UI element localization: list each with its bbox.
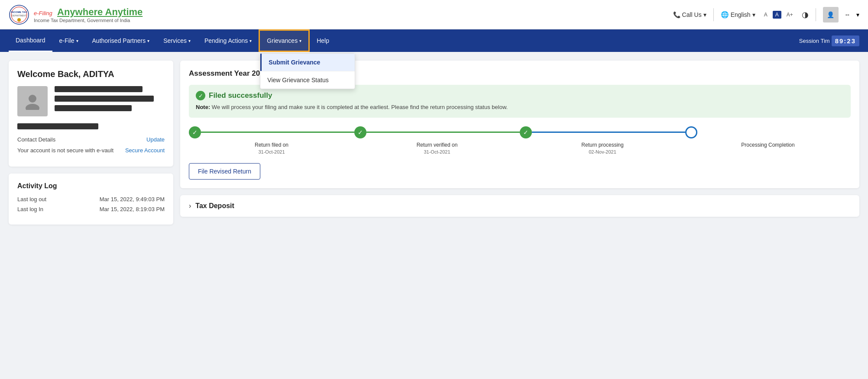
divider2 <box>816 8 816 21</box>
logo-subtitle: Income Tax Department, Government of Ind… <box>34 18 143 23</box>
timeline-date-3: 02-Nov-2021 <box>589 149 616 154</box>
call-us-label: Call Us <box>682 11 702 18</box>
view-grievance-status-item[interactable]: View Grievance Status <box>260 71 355 89</box>
contrast-toggle[interactable]: ◑ <box>802 10 809 19</box>
timeline-dot-3: ✓ <box>520 126 532 138</box>
user-chevron[interactable]: ▾ <box>856 11 859 18</box>
timeline-dot-1: ✓ <box>189 126 201 138</box>
timeline-label-2: Return verified on <box>417 142 458 148</box>
last-login-label: Last log In <box>17 206 43 212</box>
session-timer-label: Session Tim <box>799 38 830 44</box>
connector-3-4 <box>532 132 685 133</box>
profile-bar-3 <box>55 105 132 111</box>
profile-area <box>17 86 165 116</box>
activity-row-logout: Last log out Mar 15, 2022, 9:49:03 PM <box>17 196 165 202</box>
timeline-label-4: Processing Completion <box>741 142 794 148</box>
filing-timeline: ✓ Return filed on 31-Oct-2021 ✓ Return v… <box>189 126 851 154</box>
svg-point-5 <box>29 95 36 103</box>
tax-deposit-chevron[interactable]: › <box>189 202 191 210</box>
header-controls: 📞 Call Us ▾ 🌐 English ▾ A A A+ ◑ 👤 -- ▾ <box>673 7 859 22</box>
nav-help[interactable]: Help <box>310 29 336 52</box>
main-navbar: Dashboard e-File ▾ Authorised Partners ▾… <box>0 29 868 52</box>
phone-icon: 📞 <box>673 11 680 18</box>
session-timer: Session Tim 89:23 <box>799 35 859 46</box>
contact-details-row: Contact Details Update <box>17 136 165 143</box>
app-header: INCOME TAX DEPARTMENT e-Filing Anywhere … <box>0 0 868 29</box>
efile-chevron: ▾ <box>76 39 78 43</box>
last-login-value: Mar 15, 2022, 8:19:03 PM <box>100 206 165 212</box>
last-logout-label: Last log out <box>17 196 46 202</box>
timeline-step-3: ✓ Return processing 02-Nov-2021 <box>520 126 685 154</box>
font-small-btn[interactable]: A <box>762 11 769 19</box>
secure-account-link[interactable]: Secure Account <box>125 147 165 154</box>
welcome-message: Welcome Back, ADITYA <box>17 69 165 79</box>
update-link[interactable]: Update <box>146 136 165 143</box>
timeline-dot-2: ✓ <box>354 126 366 138</box>
profile-bar-4 <box>17 123 98 129</box>
file-revised-return-button[interactable]: File Revised Return <box>189 163 260 180</box>
language-selector[interactable]: 🌐 English ▾ <box>721 11 755 19</box>
timeline-label-1: Return filed on <box>255 142 288 148</box>
svg-text:INCOME TAX: INCOME TAX <box>11 11 27 13</box>
main-content: Welcome Back, ADITYA Contact Details <box>0 52 868 233</box>
svg-text:DEPARTMENT: DEPARTMENT <box>12 14 26 17</box>
tax-deposit-title: Tax Deposit <box>195 202 234 210</box>
profile-bar-1 <box>55 86 143 92</box>
submit-grievance-item[interactable]: Submit Grievance <box>260 54 355 71</box>
timeline-date-2: 31-Oct-2021 <box>424 149 450 154</box>
user-dropdown-label[interactable]: -- <box>845 11 849 18</box>
logo-brand: e-Filing Anywhere Anytime <box>34 6 143 18</box>
call-us-button[interactable]: 📞 Call Us ▾ <box>673 11 706 18</box>
activity-log-title: Activity Log <box>17 182 165 190</box>
language-label: English <box>731 11 751 18</box>
logo-tagline: Anywhere Anytime <box>57 6 143 17</box>
timeline-date-4 <box>767 149 768 154</box>
user-avatar-large <box>17 86 48 116</box>
security-row: Your account is not secure with e-vault … <box>17 147 165 154</box>
logo-text: e-Filing Anywhere Anytime Income Tax Dep… <box>34 6 143 23</box>
tax-deposit-card: › Tax Deposit <box>180 195 859 217</box>
svg-point-6 <box>26 104 39 110</box>
pending-chevron: ▾ <box>249 39 252 43</box>
timeline-step-1: ✓ Return filed on 31-Oct-2021 <box>189 126 354 154</box>
logo-efiling-label: e-Filing <box>34 10 52 16</box>
grievances-chevron: ▾ <box>299 39 301 43</box>
partners-chevron: ▾ <box>147 39 149 43</box>
font-medium-btn[interactable]: A <box>773 11 781 19</box>
note-label: Note: <box>196 104 210 110</box>
nav-services[interactable]: Services ▾ <box>156 29 198 52</box>
activity-row-login: Last log In Mar 15, 2022, 8:19:03 PM <box>17 206 165 212</box>
connector-1-2 <box>201 132 354 133</box>
contact-details-label: Contact Details <box>17 136 55 143</box>
lang-chevron: ▾ <box>752 11 755 18</box>
emblem-icon: INCOME TAX DEPARTMENT <box>9 4 29 25</box>
connector-2-3 <box>366 132 520 133</box>
success-title: Filed successfully <box>209 91 272 100</box>
timeline-dot-4 <box>685 126 697 138</box>
user-dropdown-icon: 👤 <box>827 11 834 18</box>
nav-pending-actions[interactable]: Pending Actions ▾ <box>198 29 259 52</box>
avatar-silhouette <box>24 93 41 110</box>
success-check-icon: ✓ <box>196 91 205 100</box>
nav-authorised-partners[interactable]: Authorised Partners ▾ <box>85 29 157 52</box>
nav-efile[interactable]: e-File ▾ <box>52 29 85 52</box>
nav-dashboard[interactable]: Dashboard <box>9 29 52 52</box>
user-avatar[interactable]: 👤 <box>823 7 839 22</box>
globe-icon: 🌐 <box>721 11 729 19</box>
left-panel: Welcome Back, ADITYA Contact Details <box>9 61 173 225</box>
divider <box>713 8 714 21</box>
call-us-chevron: ▾ <box>703 11 706 18</box>
timeline-step-4: Processing Completion <box>685 126 851 154</box>
timeline-date-1: 31-Oct-2021 <box>258 149 285 154</box>
timeline-label-3: Return processing <box>581 142 623 148</box>
font-controls: A A A+ <box>762 11 795 19</box>
logo-area: INCOME TAX DEPARTMENT e-Filing Anywhere … <box>9 4 143 25</box>
services-chevron: ▾ <box>188 39 191 43</box>
grievances-dropdown: Submit Grievance View Grievance Status <box>260 53 355 89</box>
activity-log-card: Activity Log Last log out Mar 15, 2022, … <box>9 173 173 225</box>
profile-card: Welcome Back, ADITYA Contact Details <box>9 61 173 167</box>
success-note: Note: We will process your filing and ma… <box>196 103 844 112</box>
font-large-btn[interactable]: A+ <box>785 11 795 19</box>
nav-grievances[interactable]: Grievances ▾ Submit Grievance View Griev… <box>259 29 310 52</box>
timer-value: 89:23 <box>832 35 859 46</box>
